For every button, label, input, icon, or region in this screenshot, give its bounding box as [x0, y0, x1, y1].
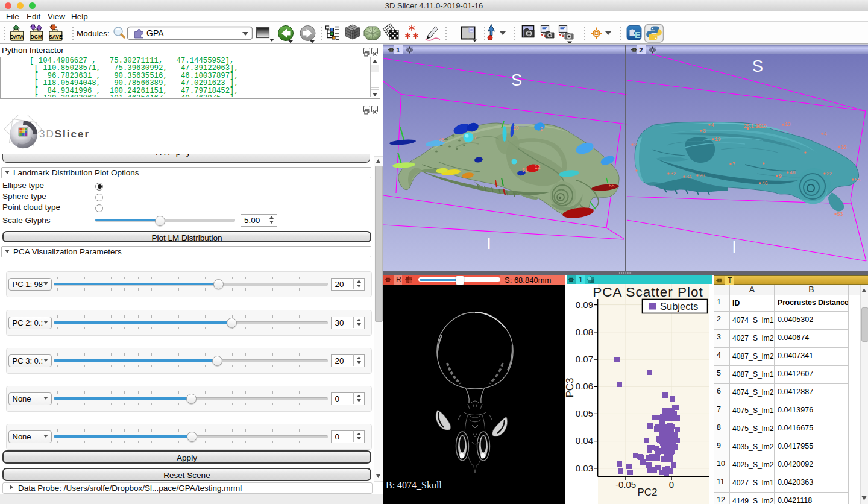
svg-text:0.06: 0.06	[576, 381, 593, 391]
svg-text:3: 3	[703, 128, 706, 134]
svg-text:0.08: 0.08	[576, 327, 593, 337]
svg-text:22: 22	[826, 171, 832, 177]
svg-text:19: 19	[715, 136, 721, 142]
svg-text:E: E	[635, 30, 641, 40]
svg-text:32: 32	[670, 171, 676, 177]
svg-text:2: 2	[634, 142, 637, 148]
svg-text:12: 12	[535, 164, 541, 170]
svg-text:I: I	[486, 235, 491, 253]
svg-text:10: 10	[761, 123, 767, 129]
svg-text:2: 2	[639, 46, 643, 54]
svg-text:4: 4	[711, 122, 714, 128]
svg-text:26: 26	[699, 172, 705, 178]
svg-text:S: S	[752, 57, 763, 75]
svg-text:4: 4	[824, 131, 827, 137]
svg-text:0.04: 0.04	[576, 435, 593, 446]
svg-text:16: 16	[841, 144, 847, 150]
svg-text:DCM: DCM	[31, 34, 42, 40]
svg-text:0: 0	[669, 479, 674, 490]
svg-text:51: 51	[522, 167, 528, 173]
svg-text:55: 55	[609, 183, 615, 189]
svg-text:55: 55	[855, 177, 861, 183]
svg-text:7: 7	[474, 134, 477, 140]
svg-text:Subjects: Subjects	[660, 301, 698, 312]
svg-text:53: 53	[837, 211, 843, 217]
svg-text:9: 9	[779, 173, 782, 179]
svg-text:9: 9	[540, 126, 543, 132]
svg-text:0.07: 0.07	[576, 354, 593, 364]
svg-text:48: 48	[439, 137, 445, 143]
svg-text:PCA Scatter Plot: PCA Scatter Plot	[593, 285, 703, 300]
svg-text:1: 1	[396, 46, 400, 54]
svg-text:48: 48	[790, 169, 796, 175]
svg-text:SAVE: SAVE	[49, 34, 63, 40]
svg-text:0.09: 0.09	[576, 300, 593, 310]
svg-text:DATA: DATA	[10, 34, 24, 40]
svg-text:34: 34	[686, 174, 692, 180]
svg-text:13: 13	[785, 121, 791, 127]
svg-text:PC3: PC3	[565, 377, 576, 397]
svg-text:10: 10	[513, 125, 519, 131]
svg-text:-0.05: -0.05	[615, 479, 636, 490]
svg-text:S: S	[511, 71, 522, 89]
svg-text:46: 46	[762, 180, 768, 186]
svg-text:GPA: GPA	[146, 28, 164, 38]
svg-text:0.05: 0.05	[576, 408, 593, 418]
svg-text:0.03: 0.03	[576, 463, 593, 473]
svg-text:7: 7	[732, 161, 735, 167]
svg-text:B: 4074_Skull: B: 4074_Skull	[386, 480, 442, 490]
svg-text:PC2: PC2	[637, 487, 657, 498]
svg-text:I: I	[732, 238, 737, 256]
